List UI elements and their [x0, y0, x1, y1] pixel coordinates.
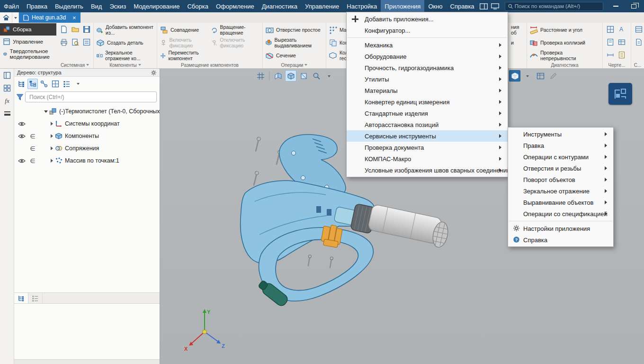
menu-item-utilities[interactable]: Утилиты [347, 73, 508, 85]
home-dropdown[interactable] [12, 12, 19, 23]
menu-window[interactable]: Окно [424, 0, 446, 12]
mirror-component-button[interactable]: Зеркальное отражение ко... [96, 49, 155, 62]
group-label-placement[interactable]: Размещение компонентов [157, 63, 262, 68]
open-icon[interactable] [72, 26, 79, 35]
tree-search-box[interactable] [25, 91, 157, 102]
menu-modeling[interactable]: Моделирование [130, 0, 183, 12]
tab-close-icon[interactable]: × [72, 15, 76, 21]
tree-grid-icon[interactable] [50, 79, 61, 89]
variables-icon[interactable] [83, 38, 90, 48]
tree-settings-gear-icon[interactable] [151, 70, 157, 76]
tree-row-components[interactable]: ∈ Компоненты [14, 130, 160, 142]
coincide-button[interactable]: Совпадение [159, 24, 210, 36]
expander-closed-icon[interactable] [48, 159, 55, 163]
print-icon[interactable] [60, 38, 68, 48]
menu-assembly[interactable]: Сборка [183, 0, 212, 12]
panel-menu-icon[interactable] [0, 107, 14, 120]
group-label-components[interactable]: Компоненты [94, 63, 157, 68]
menu-layout[interactable]: Оформление [212, 0, 258, 12]
tree-toolbar-dropdown[interactable] [73, 79, 83, 89]
tree-structure-icon[interactable] [16, 79, 27, 89]
mode-assembly[interactable]: Сборка [0, 23, 56, 36]
menu-item-service-tools[interactable]: Сервисные инструменты [347, 130, 508, 142]
tree-composition-icon[interactable] [27, 79, 38, 89]
group-label-operations[interactable]: Операции [263, 63, 326, 68]
command-search-input[interactable] [515, 3, 600, 9]
menu-item-strength[interactable]: Прочность, гидрогазодинамика [347, 62, 508, 73]
menu-item-configurator[interactable]: Конфигуратор... [347, 25, 508, 36]
tree-row-point-array[interactable]: ∈ Массив по точкам:1 [14, 155, 160, 167]
menu-settings[interactable]: Настройка [343, 0, 381, 12]
filter-icon[interactable] [16, 93, 24, 101]
tab-history-view[interactable] [28, 293, 43, 303]
table-icon[interactable] [618, 38, 626, 48]
menu-diagnostics[interactable]: Диагностика [258, 0, 301, 12]
submenu-item-tools[interactable]: Инструменты [508, 128, 613, 140]
menu-file[interactable]: Файл [0, 0, 23, 12]
menu-edit[interactable]: Правка [23, 0, 51, 12]
expander-open-icon[interactable] [43, 109, 49, 115]
tab-structure-view[interactable] [14, 293, 28, 303]
simple-hole-button[interactable]: Отверстие простое [265, 24, 324, 36]
menu-item-add-applications[interactable]: Добавить приложения... [347, 13, 508, 25]
mode-solid-modeling[interactable]: Твердотельное моделирование [0, 48, 56, 60]
tree-list-icon[interactable] [62, 79, 72, 89]
tree-row-coordinate-systems[interactable]: Системы координат [14, 118, 160, 130]
group-label-spec[interactable]: С... [631, 63, 644, 68]
group-label-system[interactable]: Системная [56, 63, 93, 68]
menu-item-unit-converter[interactable]: Конвертер единиц измерения [347, 96, 508, 108]
expander-closed-icon[interactable] [48, 146, 55, 150]
home-button[interactable] [0, 12, 12, 23]
preview-icon[interactable] [72, 38, 79, 48]
menu-help[interactable]: Справка [447, 0, 478, 12]
cut-extrude-button[interactable]: Вырезать выдавливанием [265, 36, 324, 49]
submenu-item-align-objects[interactable]: Выравнивание объектов [508, 197, 613, 208]
menu-item-equipment[interactable]: Оборудование [347, 51, 508, 62]
bom-icon[interactable] [635, 26, 643, 35]
group-label-drawing[interactable]: Черте... [603, 63, 631, 68]
menu-view[interactable]: Вид [87, 0, 106, 12]
variables-panel-icon[interactable]: fx [0, 94, 14, 107]
menu-item-kompas-macro[interactable]: КОМПАС-Макро [347, 153, 508, 164]
tree-row-root[interactable]: (-)Термопистолет (Тел-0, Сборочных е [14, 105, 160, 118]
new-document-icon[interactable] [60, 26, 68, 35]
menu-item-document-check[interactable]: Проверка документа [347, 142, 508, 153]
menu-applications[interactable]: Приложения [381, 0, 424, 12]
visibility-eye-icon[interactable] [16, 121, 27, 127]
menu-select[interactable]: Выделить [51, 0, 87, 12]
submenu-item-help[interactable]: ? Справка [508, 234, 613, 246]
submenu-item-app-settings[interactable]: Настройки приложения [508, 223, 613, 234]
tree-relations-icon[interactable] [39, 79, 49, 89]
visibility-eye-icon[interactable] [16, 134, 27, 139]
menu-item-auto-positions[interactable]: Авторасстановка позиций [347, 119, 508, 130]
save-icon[interactable] [83, 26, 90, 35]
parameters-panel-icon[interactable] [0, 82, 14, 94]
menu-item-weld-symbols[interactable]: Условные изображения швов сварных соедин… [347, 164, 508, 176]
menu-item-mechanics[interactable]: Механика [347, 39, 508, 51]
submenu-item-mirror[interactable]: Зеркальное отражение [508, 185, 613, 197]
sheet-icon[interactable] [607, 38, 614, 48]
rotation-rotation-button[interactable]: Вращение-вращение [210, 24, 259, 36]
submenu-item-edit[interactable]: Правка [508, 140, 613, 151]
expander-closed-icon[interactable] [48, 122, 55, 126]
annotation-icon[interactable]: A [618, 26, 626, 35]
command-search[interactable] [505, 2, 603, 11]
report-icon[interactable] [635, 38, 643, 48]
menu-management[interactable]: Управление [301, 0, 343, 12]
mode-management[interactable]: Управление [0, 36, 56, 48]
dimension-icon[interactable] [607, 51, 614, 61]
minimize-button[interactable] [607, 0, 625, 12]
tree-panel-icon[interactable] [0, 69, 14, 82]
tab-heat-gun[interactable]: Heat gun.a3d × [19, 12, 80, 23]
create-part-button[interactable]: Создать деталь [96, 36, 155, 49]
continuity-check-button[interactable]: Проверка непрерывности [529, 49, 600, 62]
tree-panel-scroll-strip[interactable] [14, 359, 160, 364]
menu-item-materials[interactable]: Материалы [347, 85, 508, 96]
maximize-button[interactable] [625, 0, 643, 12]
submenu-item-spec-ops[interactable]: Операции со спецификацией [508, 208, 613, 219]
spec-icon[interactable] [618, 51, 626, 61]
visibility-eye-icon[interactable] [16, 158, 27, 164]
add-component-button[interactable]: Добавить компонент из... [96, 24, 155, 36]
move-component-button[interactable]: Переместить компонент [159, 49, 210, 62]
menu-item-standard-parts[interactable]: Стандартные изделия [347, 108, 508, 119]
